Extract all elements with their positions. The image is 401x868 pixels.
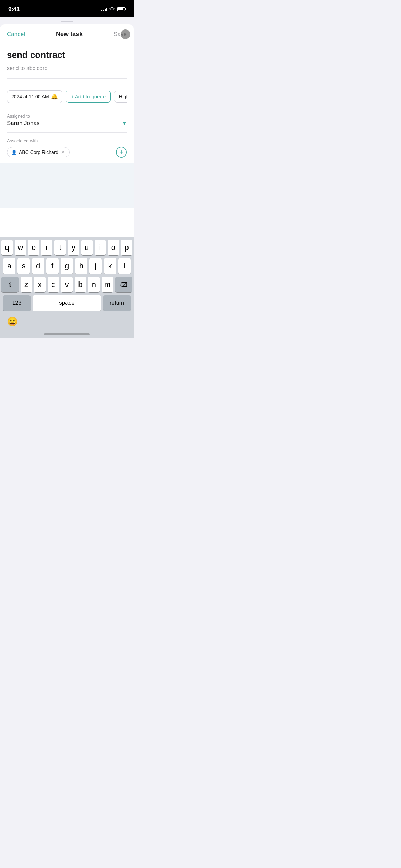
date-chip[interactable]: 2024 at 11:00 AM 🔔 xyxy=(7,90,62,103)
contact-tag[interactable]: 👤 ABC Corp Richard ✕ xyxy=(7,147,70,157)
associated-with-section: Associated with 👤 ABC Corp Richard ✕ + xyxy=(7,133,127,163)
add-to-queue-button[interactable]: + Add to queue xyxy=(66,91,111,103)
status-bar: 9:41 xyxy=(0,0,134,17)
key-q[interactable]: q xyxy=(1,240,13,255)
assigned-row[interactable]: Sarah Jonas ▼ xyxy=(7,120,127,127)
key-v[interactable]: v xyxy=(61,277,72,292)
nav-bar: Cancel New task Save xyxy=(0,24,134,43)
key-e[interactable]: e xyxy=(28,240,39,255)
assigned-to-section: Assigned to Sarah Jonas ▼ xyxy=(7,108,127,133)
key-m[interactable]: m xyxy=(102,277,113,292)
key-k[interactable]: k xyxy=(104,258,116,274)
main-sheet: Cancel New task Save send to abc corp 20… xyxy=(0,24,134,237)
home-indicator-bar xyxy=(0,331,134,338)
keyboard: q w e r t y u i o p a s d f g h j k l ⇧ … xyxy=(0,237,134,331)
shift-key[interactable]: ⇧ xyxy=(1,277,19,292)
key-l[interactable]: l xyxy=(118,258,131,274)
key-n[interactable]: n xyxy=(88,277,99,292)
add-icon: + xyxy=(119,148,123,156)
keyboard-row-2: a s d f g h j k l xyxy=(1,258,132,274)
task-description: send to abc corp xyxy=(7,65,127,79)
key-z[interactable]: z xyxy=(21,277,32,292)
empty-area xyxy=(0,163,134,208)
key-p[interactable]: p xyxy=(121,240,132,255)
key-o[interactable]: o xyxy=(108,240,119,255)
battery-icon xyxy=(117,7,125,11)
key-c[interactable]: c xyxy=(48,277,59,292)
priority-label: High xyxy=(119,94,127,99)
sheet-handle xyxy=(61,21,73,22)
key-f[interactable]: f xyxy=(46,258,59,274)
contact-tag-label: ABC Corp Richard xyxy=(19,149,58,155)
key-w[interactable]: w xyxy=(15,240,26,255)
cancel-button[interactable]: Cancel xyxy=(7,31,25,38)
assigned-value: Sarah Jonas xyxy=(7,120,39,127)
save-overlay xyxy=(121,29,130,39)
key-h[interactable]: h xyxy=(75,258,87,274)
priority-selector[interactable]: High ▼ xyxy=(114,91,127,103)
add-association-button[interactable]: + xyxy=(116,147,127,158)
key-s[interactable]: s xyxy=(17,258,30,274)
assigned-label: Assigned to xyxy=(7,113,127,119)
associated-tags: 👤 ABC Corp Richard ✕ + xyxy=(7,147,127,158)
delete-key[interactable]: ⌫ xyxy=(115,277,132,292)
key-y[interactable]: y xyxy=(68,240,79,255)
key-r[interactable]: r xyxy=(41,240,52,255)
wifi-icon xyxy=(109,7,115,11)
space-key[interactable]: space xyxy=(33,295,101,311)
task-title-input[interactable] xyxy=(7,50,127,60)
keyboard-row-3: ⇧ z x c v b n m ⌫ xyxy=(1,277,132,292)
chevron-down-icon: ▼ xyxy=(122,121,127,126)
page-title: New task xyxy=(56,31,83,38)
key-j[interactable]: j xyxy=(89,258,102,274)
emoji-button[interactable]: 😀 xyxy=(7,316,18,327)
key-d[interactable]: d xyxy=(32,258,44,274)
form-content: send to abc corp 2024 at 11:00 AM 🔔 + Ad… xyxy=(0,43,134,163)
remove-tag-button[interactable]: ✕ xyxy=(61,149,65,155)
keyboard-row-1: q w e r t y u i o p xyxy=(1,240,132,255)
key-b[interactable]: b xyxy=(75,277,86,292)
signal-icon xyxy=(101,7,107,11)
person-icon: 👤 xyxy=(11,150,17,155)
bell-icon: 🔔 xyxy=(51,93,58,100)
key-x[interactable]: x xyxy=(34,277,45,292)
key-g[interactable]: g xyxy=(61,258,73,274)
return-key[interactable]: return xyxy=(103,295,131,311)
key-i[interactable]: i xyxy=(95,240,106,255)
key-t[interactable]: t xyxy=(54,240,66,255)
status-icons xyxy=(101,7,125,11)
keyboard-row-4: 123 space return xyxy=(1,295,132,311)
status-time: 9:41 xyxy=(8,6,20,13)
queue-label: + Add to queue xyxy=(71,94,106,99)
associated-label: Associated with xyxy=(7,138,127,143)
numbers-key[interactable]: 123 xyxy=(3,295,31,311)
sheet-handle-area xyxy=(0,17,134,24)
home-indicator xyxy=(44,333,90,335)
save-button[interactable]: Save xyxy=(113,31,127,38)
key-a[interactable]: a xyxy=(3,258,15,274)
toolbar-row: 2024 at 11:00 AM 🔔 + Add to queue High ▼ xyxy=(7,85,127,108)
keyboard-bottom-bar: 😀 xyxy=(1,314,132,331)
date-text: 2024 at 11:00 AM xyxy=(11,94,49,99)
key-u[interactable]: u xyxy=(81,240,93,255)
